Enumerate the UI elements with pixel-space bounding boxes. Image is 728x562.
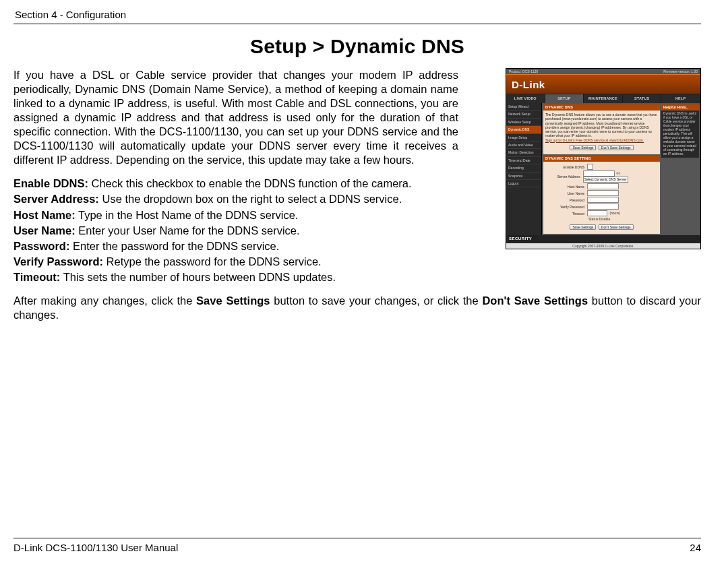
row-server-address: Server Address << Select Dynamic DNS Ser…: [545, 170, 658, 183]
footer-page-number: 24: [690, 541, 701, 554]
router-main: DYNAMIC DNS The Dynamic DNS feature allo…: [542, 103, 661, 235]
field-label: Enable DDNS:: [13, 177, 88, 189]
field-desc: Use the dropdown box on the right to sel…: [99, 193, 402, 205]
field-verify-password: Verify Password: Retype the password for…: [13, 255, 458, 269]
row-timeout: Timeout (hours): [545, 210, 658, 216]
sidebar-item-dynamic-dns[interactable]: Dynamic DNS: [506, 126, 541, 133]
row-label: Host Name: [545, 185, 587, 189]
tab-status[interactable]: STATUS: [623, 94, 662, 103]
panel-text: The Dynamic DNS feature allows you to us…: [545, 113, 658, 142]
field-desc: Enter the password for the DDNS service.: [69, 240, 279, 252]
security-bar: SECURITY: [506, 235, 700, 243]
row-host-name: Host Name: [545, 183, 658, 189]
dlink-logo: D-Link: [512, 78, 545, 91]
router-brandbar: D-Link: [506, 74, 700, 94]
header-rule: [13, 24, 701, 24]
header-section: Section 4 - Configuration: [15, 8, 701, 21]
field-desc: Check this checkbox to enable the DDNS f…: [88, 177, 412, 189]
panel-desc: The Dynamic DNS feature allows you to us…: [545, 113, 657, 137]
help-heading: Helpful Hints..: [661, 104, 699, 111]
dont-save-settings-button[interactable]: Don't Save Settings: [599, 224, 634, 230]
sidebar-item-network-setup[interactable]: Network Setup: [506, 111, 541, 118]
sidebar-item-recording[interactable]: Recording: [506, 164, 541, 172]
intro-paragraph: If you have a DSL or Cable service provi…: [13, 68, 458, 168]
sidebar-item-snapshot[interactable]: Snapshot: [506, 173, 541, 180]
row-status: Status:Disable: [545, 217, 658, 221]
router-topbar: Product: DCS-1130 Firmware version: 1.00: [506, 69, 700, 74]
field-desc: This sets the number of hours between DD…: [60, 271, 336, 283]
router-help-column: Helpful Hints.. Dynamic DNS is useful if…: [661, 103, 700, 235]
closing-save-label: Save Settings: [196, 294, 270, 307]
row-label: Enable DDNS: [545, 165, 587, 169]
router-copyright: Copyright 2007-2009 D-Link Corporation.: [506, 243, 700, 249]
router-screenshot: Product: DCS-1130 Firmware version: 1.00…: [506, 68, 701, 249]
help-text: Dynamic DNS is useful if you have a DSL …: [661, 111, 699, 158]
server-address-input[interactable]: [583, 170, 615, 177]
field-label: Password:: [13, 240, 69, 252]
verify-password-input[interactable]: [587, 204, 619, 210]
field-timeout: Timeout: This sets the number of hours b…: [13, 270, 458, 284]
row-enable-ddns: Enable DDNS: [545, 164, 658, 170]
tab-live-video[interactable]: LIVE VIDEO: [506, 94, 545, 103]
save-settings-button[interactable]: Save Settings: [570, 145, 596, 150]
row-label: Server Address: [545, 175, 583, 179]
field-label: Timeout:: [13, 271, 60, 283]
timeout-input[interactable]: [587, 210, 607, 216]
router-firmware: Firmware version: 1.00: [663, 69, 698, 73]
tab-maintenance[interactable]: MAINTENANCE: [584, 94, 623, 103]
tab-setup[interactable]: SETUP: [545, 94, 584, 103]
field-desc: Enter your User Name for the DDNS servic…: [75, 224, 300, 237]
sidebar-item-audio-video[interactable]: Audio and Video: [506, 142, 541, 149]
row-verify-password: Verify Password: [545, 204, 658, 210]
row-password: Password: [545, 197, 658, 203]
field-label: Server Address:: [13, 193, 99, 205]
row-label: Password: [545, 198, 587, 202]
router-nav: LIVE VIDEO SETUP MAINTENANCE STATUS HELP: [506, 94, 700, 103]
closing-dont-label: Don't Save Settings: [482, 294, 588, 307]
row-user-name: User Name: [545, 190, 658, 196]
save-settings-button[interactable]: Save Settings: [570, 224, 596, 230]
panel-heading: DYNAMIC DNS: [543, 104, 660, 111]
sidebar-item-motion-detection[interactable]: Motion Detection: [506, 149, 541, 156]
field-desc: Retype the password for the DDNS service…: [103, 255, 322, 268]
sidebar-item-logout[interactable]: Logout: [506, 180, 541, 187]
status-value: Status:Disable: [588, 217, 610, 221]
footer-left: D-Link DCS-1100/1130 User Manual: [13, 541, 178, 554]
router-sidebar: Setup Wizard Network Setup Wireless Setu…: [506, 103, 542, 235]
host-name-input[interactable]: [587, 183, 619, 189]
field-enable-ddns: Enable DDNS: Check this checkbox to enab…: [13, 177, 458, 191]
enable-ddns-checkbox[interactable]: [587, 164, 593, 170]
content-area: If you have a DSL or Cable service provi…: [13, 68, 701, 323]
closing-text: After making any changes, click the: [13, 294, 196, 307]
page-footer: D-Link DCS-1100/1130 User Manual 24: [13, 535, 701, 554]
field-server-address: Server Address: Use the dropdown box on …: [13, 192, 458, 206]
panel-ddns-setting: DYNAMIC DNS SETTING Enable DDNS Server A…: [543, 156, 660, 234]
row-label: Timeout: [545, 212, 587, 216]
password-input[interactable]: [587, 197, 619, 203]
field-label: Verify Password:: [13, 255, 103, 268]
router-product: Product: DCS-1130: [509, 69, 538, 73]
signup-link[interactable]: Sign up for D-Link's Free DDNS service a…: [545, 138, 644, 142]
panel-button-row: Save Settings Don't Save Settings: [545, 224, 658, 230]
sidebar-item-setup-wizard[interactable]: Setup Wizard: [506, 103, 541, 111]
panel-button-row: Save Settings Don't Save Settings: [545, 145, 658, 150]
tab-help[interactable]: HELP: [661, 94, 700, 103]
ddns-server-select[interactable]: Select Dynamic DNS Server: [583, 177, 628, 183]
sidebar-item-wireless-setup[interactable]: Wireless Setup: [506, 119, 541, 126]
sidebar-item-time-date[interactable]: Time and Date: [506, 157, 541, 164]
field-password: Password: Enter the password for the DDN…: [13, 239, 458, 253]
field-label: Host Name:: [13, 209, 75, 221]
field-label: User Name:: [13, 224, 75, 237]
selector-arrows-icon: <<: [616, 171, 620, 175]
timeout-unit: (hours): [609, 211, 620, 215]
user-name-input[interactable]: [587, 190, 619, 196]
footer-rule: [13, 538, 701, 538]
panel-dynamic-dns: DYNAMIC DNS The Dynamic DNS feature allo…: [543, 104, 660, 154]
field-host-name: Host Name: Type in the Host Name of the …: [13, 208, 458, 222]
panel-heading: DYNAMIC DNS SETTING: [543, 156, 660, 162]
dont-save-settings-button[interactable]: Don't Save Settings: [599, 145, 634, 150]
closing-text: button to save your changes, or click th…: [270, 294, 482, 307]
field-desc: Type in the Host Name of the DDNS servic…: [75, 209, 299, 221]
page-title: Setup > Dynamic DNS: [13, 34, 701, 59]
sidebar-item-image-setup[interactable]: Image Setup: [506, 134, 541, 142]
